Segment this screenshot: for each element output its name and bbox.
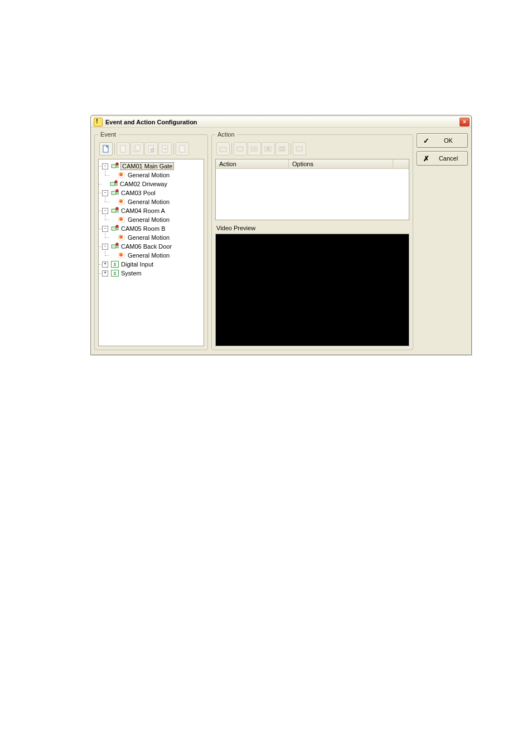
svg-point-13 — [116, 243, 118, 245]
video-preview — [215, 234, 409, 346]
close-icon: × — [463, 119, 466, 125]
action-list[interactable]: Action Options — [215, 159, 409, 220]
tree-row[interactable]: CAM02 Driveway — [102, 180, 202, 188]
svg-point-12 — [116, 225, 118, 227]
page-new-icon — [102, 145, 110, 153]
tree-expander[interactable]: - — [102, 226, 108, 232]
dialog-buttons: ✓ OK ✗ Cancel — [417, 131, 468, 350]
svg-rect-15 — [237, 147, 243, 151]
svg-point-10 — [116, 190, 118, 192]
event-tool-d[interactable] — [158, 142, 172, 156]
camera-icon — [111, 163, 119, 169]
tree-node-label: CAM01 Main Gate — [120, 162, 174, 170]
toolbar-separator — [231, 143, 232, 154]
video-preview-label: Video Preview — [216, 225, 408, 231]
cancel-button[interactable]: ✗ Cancel — [417, 151, 468, 166]
svg-point-9 — [115, 181, 117, 183]
tree-node-label: Digital Input — [120, 261, 154, 268]
event-tool-b[interactable] — [130, 142, 144, 156]
action-icon — [236, 145, 244, 153]
camera-icon — [111, 207, 119, 214]
action-list-header: Action Options — [216, 159, 409, 169]
svg-rect-14 — [220, 147, 226, 152]
col-options-header[interactable]: Options — [289, 159, 393, 168]
tree-row[interactable]: General Motion — [110, 251, 202, 260]
action-tool-d[interactable] — [262, 142, 275, 156]
event-group: Event — [94, 131, 208, 350]
window-title: Event and Action Configuration — [105, 119, 459, 125]
camera-icon — [111, 225, 119, 232]
tree-row[interactable]: +±System — [102, 269, 202, 278]
action-tool-c[interactable] — [248, 142, 261, 156]
tree-node-label: General Motion — [127, 252, 170, 259]
page-copy-icon — [133, 145, 141, 153]
app-icon — [94, 118, 103, 127]
tree-expander[interactable]: + — [102, 270, 108, 277]
svg-rect-19 — [279, 147, 285, 151]
folder-icon — [219, 145, 227, 153]
tree-expander[interactable]: - — [102, 190, 108, 196]
svg-rect-3 — [136, 145, 140, 151]
action-icon — [250, 145, 258, 153]
action-legend: Action — [215, 131, 237, 138]
tree-expander[interactable]: + — [102, 261, 108, 268]
event-tool-new[interactable] — [99, 142, 113, 156]
svg-point-11 — [116, 207, 118, 210]
svg-point-8 — [116, 163, 118, 165]
event-toolbar — [98, 141, 204, 159]
col-tail — [393, 159, 409, 168]
tree-expander[interactable]: - — [102, 208, 108, 214]
action-icon — [278, 145, 286, 153]
tree-node-label: CAM06 Back Door — [120, 243, 172, 250]
cancel-label: Cancel — [435, 155, 462, 162]
event-tool-e[interactable] — [176, 142, 189, 156]
tree-node-label: General Motion — [127, 216, 170, 223]
tree-node-label: CAM03 Pool — [120, 190, 156, 196]
tree-row[interactable]: +±Digital Input — [102, 260, 202, 269]
close-button[interactable]: × — [459, 117, 470, 127]
tree-row[interactable]: -CAM01 Main Gate — [102, 162, 202, 171]
action-group: Action — [211, 131, 413, 350]
event-action-config-window: Event and Action Configuration × Event — [90, 115, 472, 355]
tree-row[interactable]: -CAM06 Back Door — [102, 242, 202, 251]
title-bar: Event and Action Configuration × — [91, 117, 471, 128]
svg-point-5 — [151, 148, 154, 152]
ok-label: OK — [435, 137, 462, 144]
action-toolbar — [215, 141, 409, 159]
tree-node-label: General Motion — [127, 172, 170, 178]
svg-rect-1 — [120, 146, 125, 152]
ok-button[interactable]: ✓ OK — [417, 133, 468, 148]
camera-icon — [111, 243, 119, 250]
tree-row[interactable]: General Motion — [110, 197, 202, 206]
action-icon — [296, 145, 303, 153]
svg-point-18 — [267, 148, 269, 150]
tree-row[interactable]: General Motion — [110, 171, 202, 180]
event-legend: Event — [98, 131, 118, 138]
page-icon — [119, 145, 127, 153]
page-delete-icon — [178, 145, 186, 153]
action-tool-a[interactable] — [216, 142, 230, 156]
tree-row[interactable]: -CAM03 Pool — [102, 188, 202, 197]
action-icon — [264, 145, 272, 153]
tree-expander[interactable]: - — [102, 244, 108, 250]
tree-node-label: CAM05 Room B — [120, 225, 166, 232]
event-tree[interactable]: -CAM01 Main GateGeneral MotionCAM02 Driv… — [98, 159, 204, 346]
action-tool-e[interactable] — [275, 142, 289, 156]
tree-row[interactable]: -CAM05 Room B — [102, 224, 202, 233]
action-tool-f[interactable] — [293, 142, 306, 156]
tree-node-label: CAM04 Room A — [120, 207, 166, 214]
window-body: Event — [91, 128, 471, 353]
action-tool-b[interactable] — [234, 142, 247, 156]
tree-expander[interactable]: - — [102, 163, 108, 169]
tree-row[interactable]: General Motion — [110, 215, 202, 224]
tree-node-label: CAM02 Driveway — [119, 181, 168, 187]
col-action-header[interactable]: Action — [216, 159, 289, 168]
tree-node-label: System — [120, 270, 142, 277]
event-tool-a[interactable] — [117, 142, 130, 156]
tree-node-label: General Motion — [127, 234, 170, 241]
tree-row[interactable]: -CAM04 Room A — [102, 206, 202, 215]
event-tool-c[interactable] — [144, 142, 158, 156]
tree-row[interactable]: General Motion — [110, 233, 202, 242]
toolbar-separator — [173, 143, 174, 154]
check-icon: ✓ — [423, 137, 429, 145]
